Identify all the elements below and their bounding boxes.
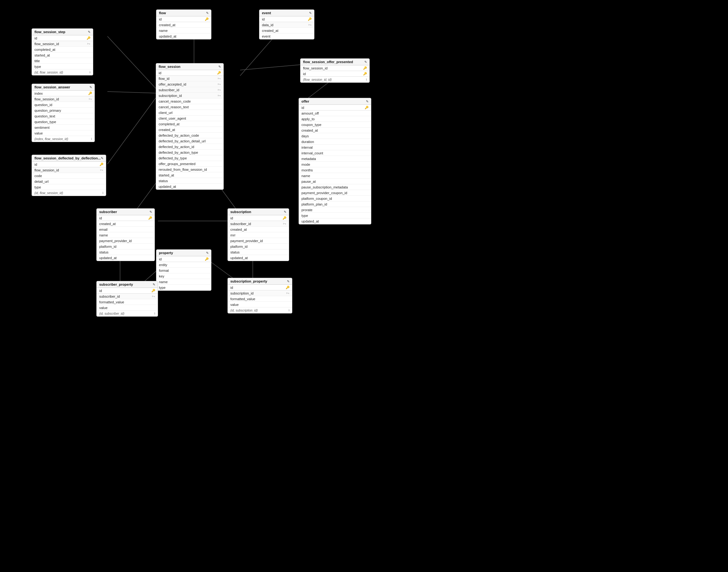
table-row: client_user_agent <box>156 116 223 121</box>
table-event-body: id🔑 data_id🗝 created_at event <box>259 16 314 39</box>
table-property-edit-icon[interactable]: ✎ <box>206 251 208 255</box>
table-row: status <box>97 249 155 255</box>
pk-icon: 🔑 <box>205 17 208 21</box>
fk-icon: 🗝 <box>218 94 221 97</box>
table-row: metadata <box>299 156 371 162</box>
info-icon: ℹ <box>91 137 92 140</box>
table-row: flow_id🗝 <box>156 76 223 81</box>
svg-line-3 <box>108 98 156 164</box>
table-row: deflected_by_type <box>156 155 223 161</box>
table-event-header: event ✎ <box>259 10 314 16</box>
table-subscription-property-edit-icon[interactable]: ✎ <box>287 280 290 283</box>
table-flow-session-offer-presented-body: flow_session_id🔑 id🔑 (flow_session_id, i… <box>301 65 369 82</box>
info-icon: ℹ <box>366 78 367 81</box>
pk-icon: 🔑 <box>151 289 155 292</box>
table-row: (index, flow_session_id)ℹ <box>32 136 95 142</box>
table-row: (flow_session_id, id)ℹ <box>301 77 369 82</box>
table-row: mode <box>299 162 371 167</box>
table-subscriber-edit-icon[interactable]: ✎ <box>149 210 152 214</box>
table-flow-session-deflected-header: flow_session_deflected_by_deflection... … <box>32 155 106 162</box>
svg-line-2 <box>108 91 156 93</box>
table-row: created_at <box>228 227 289 232</box>
table-flow-session-step-edit-icon[interactable]: ✎ <box>88 30 90 34</box>
table-row: id🔑 <box>157 16 211 22</box>
pk-icon: 🔑 <box>86 36 90 40</box>
table-flow-session-deflected-title: flow_session_deflected_by_deflection... <box>35 156 101 160</box>
table-offer-body: id🔑 amount_off apply_to coupon_type crea… <box>299 105 371 224</box>
info-icon: ℹ <box>154 312 155 315</box>
table-row: subscriber_id🗝 <box>156 87 223 93</box>
fk-icon: 🗝 <box>87 42 90 46</box>
table-row: status <box>156 178 223 184</box>
table-row: payment_provider_id <box>228 238 289 244</box>
table-row: created_at <box>299 128 371 133</box>
table-row: type <box>32 184 106 190</box>
table-row: client_url <box>156 110 223 116</box>
table-flow-session-answer-edit-icon[interactable]: ✎ <box>89 85 92 89</box>
table-event-edit-icon[interactable]: ✎ <box>309 11 312 15</box>
table-row: data_id🗝 <box>259 22 314 28</box>
table-subscriber-property: subscriber_property ✎ id🔑 subscriber_id🗝… <box>97 281 158 316</box>
table-flow-session-header: flow_session ✎ <box>156 63 223 70</box>
table-row: deflected_by_action_id <box>156 144 223 150</box>
fk-icon: 🗝 <box>218 88 221 91</box>
table-row: title <box>32 58 93 64</box>
pk-icon: 🔑 <box>100 162 103 166</box>
pk-icon: 🔑 <box>205 257 208 261</box>
table-row: question_type <box>32 119 95 125</box>
pk-icon: 🔑 <box>88 91 92 95</box>
table-row: updated_at <box>156 184 223 190</box>
table-row: platform_id <box>97 244 155 249</box>
table-flow-session-deflected-edit-icon[interactable]: ✎ <box>101 157 103 160</box>
svg-line-4 <box>240 65 300 70</box>
pk-icon: 🔑 <box>286 286 290 289</box>
table-row: entity <box>157 262 211 268</box>
table-subscriber-property-edit-icon[interactable]: ✎ <box>153 283 155 286</box>
table-flow-title: flow <box>159 11 166 15</box>
table-row: index🔑 <box>32 91 95 96</box>
table-event: event ✎ id🔑 data_id🗝 created_at event <box>259 9 314 40</box>
table-row: started_at <box>32 52 93 58</box>
table-row: created_at <box>259 28 314 33</box>
table-row: amount_off <box>299 111 371 116</box>
fk-icon: 🗝 <box>283 222 286 225</box>
table-row: (id, flow_session_id)ℹ <box>32 69 93 75</box>
table-row: name <box>157 28 211 33</box>
table-row: id🔑 <box>97 288 158 294</box>
table-flow-edit-icon[interactable]: ✎ <box>206 11 208 15</box>
table-row: pause_at <box>299 179 371 184</box>
table-subscriber-title: subscriber <box>99 210 117 214</box>
pk-icon: 🔑 <box>363 66 367 70</box>
table-subscription-edit-icon[interactable]: ✎ <box>284 210 286 214</box>
table-flow-session-offer-presented-header: flow_session_offer_presented ✎ <box>301 59 369 65</box>
table-row: platform_coupon_id <box>299 196 371 201</box>
table-row: id🔑 <box>299 105 371 111</box>
table-flow: flow ✎ id🔑 created_at name updated_at <box>156 9 211 40</box>
table-row: value <box>228 302 292 307</box>
table-flow-session-step-body: id🔑 flow_session_id🗝 completed_at starte… <box>32 35 93 75</box>
table-row: id🔑 <box>32 35 93 41</box>
table-offer-edit-icon[interactable]: ✎ <box>366 100 368 103</box>
table-row: formatted_value <box>228 296 292 302</box>
fk-icon: 🗝 <box>218 82 221 86</box>
table-subscription-title: subscription <box>230 210 251 214</box>
table-row: email <box>97 227 155 232</box>
table-flow-session-deflected-body: id🔑 flow_session_id🗝 code detail_url typ… <box>32 162 106 196</box>
table-flow-session-answer-title: flow_session_answer <box>35 85 70 89</box>
table-row: subscriber_id🗝 <box>97 294 158 299</box>
table-offer-header: offer ✎ <box>299 98 371 105</box>
table-row: id🔑 <box>157 256 211 262</box>
table-row: code <box>32 173 106 179</box>
table-row: platform_id <box>228 244 289 249</box>
table-subscriber-property-title: subscriber_property <box>99 283 133 286</box>
pk-icon: 🔑 <box>363 72 367 75</box>
table-subscription-property-header: subscription_property ✎ <box>228 278 292 285</box>
table-row: interval_count <box>299 150 371 156</box>
table-flow-session-edit-icon[interactable]: ✎ <box>218 65 221 69</box>
table-row: event <box>259 33 314 39</box>
table-subscription-property-title: subscription_property <box>230 279 267 283</box>
table-subscription-header: subscription ✎ <box>228 209 289 215</box>
table-row: offer_accepted_id🗝 <box>156 81 223 87</box>
table-flow-session-offer-presented-edit-icon[interactable]: ✎ <box>364 60 367 64</box>
table-flow-session-answer-header: flow_session_answer ✎ <box>32 84 95 91</box>
